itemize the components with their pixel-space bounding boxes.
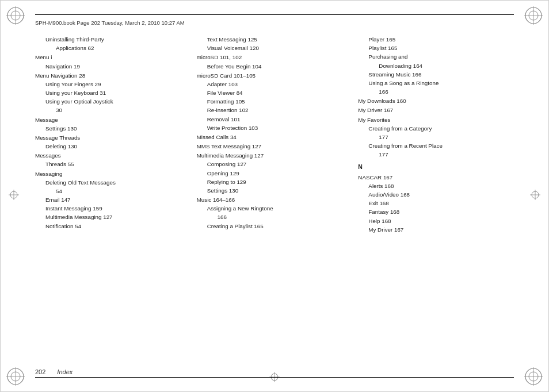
index-entry: Threads 55 bbox=[35, 160, 191, 168]
footer-label: Index bbox=[57, 368, 73, 375]
index-entry: N bbox=[358, 162, 514, 171]
index-entry: Formatting 105 bbox=[197, 97, 353, 106]
index-entry: Settings 130 bbox=[35, 124, 191, 133]
index-entry: Menu Navigation 28 bbox=[35, 71, 191, 80]
index-entry: Opening 129 bbox=[197, 169, 353, 178]
index-entry: Settings 130 bbox=[197, 186, 353, 195]
corner-decoration-tl bbox=[5, 5, 26, 26]
index-entry: Messaging bbox=[35, 170, 191, 178]
index-entry: Using Your Fingers 29 bbox=[35, 80, 191, 89]
corner-decoration-bl bbox=[5, 366, 26, 387]
index-entry: Player 165 bbox=[358, 35, 514, 44]
index-entry: Message bbox=[35, 116, 191, 124]
index-entry: Missed Calls 34 bbox=[197, 133, 353, 141]
header-text: SPH-M900.book Page 202 Tuesday, March 2,… bbox=[35, 20, 185, 26]
index-entry: Removal 101 bbox=[197, 115, 353, 124]
index-entry: My Downloads 160 bbox=[358, 97, 514, 105]
index-entry: Playlist 165 bbox=[358, 44, 514, 52]
index-entry: 177 bbox=[358, 150, 514, 159]
index-entry: Text Messaging 125 bbox=[197, 35, 353, 44]
column-3: Player 165Playlist 165Purchasing andDown… bbox=[358, 35, 514, 360]
index-entry: microSD Card 101–105 bbox=[197, 71, 353, 80]
index-entry: Audio/Video 168 bbox=[358, 190, 514, 199]
index-entry: Using a Song as a Ringtone bbox=[358, 79, 514, 87]
crosshair-right bbox=[530, 190, 540, 202]
index-entry: Composing 127 bbox=[197, 160, 353, 168]
index-entry: Using your Keyboard 31 bbox=[35, 89, 191, 97]
index-entry: microSD 101, 102 bbox=[197, 53, 353, 62]
index-entry: Creating a Playlist 165 bbox=[197, 222, 353, 230]
index-entry: Navigation 19 bbox=[35, 62, 191, 71]
index-entry: Uninstalling Third-Party bbox=[35, 35, 191, 44]
header-bar: SPH-M900.book Page 202 Tuesday, March 2,… bbox=[35, 14, 514, 27]
index-entry: My Driver 167 bbox=[358, 106, 514, 114]
column-2: Text Messaging 125Visual Voicemail 120mi… bbox=[197, 35, 359, 360]
index-entry: 54 bbox=[35, 187, 191, 195]
footer-page-number: 202 bbox=[35, 368, 45, 375]
index-entry: Message Threads bbox=[35, 133, 191, 142]
index-entry: Creating from a Category bbox=[358, 124, 514, 133]
index-entry: Help 168 bbox=[358, 217, 514, 225]
index-entry: Replying to 129 bbox=[197, 178, 353, 186]
column-1: Uninstalling Third-PartyApplications 62M… bbox=[35, 35, 197, 360]
index-entry: Multimedia Messaging 127 bbox=[197, 151, 353, 160]
index-entry: MMS Text Messaging 127 bbox=[197, 142, 353, 151]
index-entry: Messages bbox=[35, 151, 191, 160]
index-entry: My Favorites bbox=[358, 116, 514, 124]
index-entry: Applications 62 bbox=[35, 44, 191, 52]
content-area: Uninstalling Third-PartyApplications 62M… bbox=[35, 35, 514, 360]
index-entry: Exit 168 bbox=[358, 199, 514, 207]
crosshair-left bbox=[9, 190, 19, 202]
footer-bar: 202 Index bbox=[35, 368, 514, 378]
index-entry: Using your Optical Joystick bbox=[35, 97, 191, 106]
index-entry: Purchasing and bbox=[358, 52, 514, 61]
index-entry: NASCAR 167 bbox=[358, 173, 514, 182]
index-entry: My Driver 167 bbox=[358, 225, 514, 234]
index-entry: Alerts 168 bbox=[358, 182, 514, 190]
corner-decoration-tr bbox=[523, 5, 544, 26]
index-entry: Re-insertion 102 bbox=[197, 106, 353, 114]
index-entry: Notification 54 bbox=[35, 222, 191, 230]
index-entry: Fantasy 168 bbox=[358, 207, 514, 216]
index-entry: 30 bbox=[35, 106, 191, 114]
index-entry: Write Protection 103 bbox=[197, 124, 353, 132]
index-entry: Assigning a New Ringtone bbox=[197, 204, 353, 213]
page: SPH-M900.book Page 202 Tuesday, March 2,… bbox=[0, 0, 549, 392]
index-entry: Deleting 130 bbox=[35, 142, 191, 151]
index-entry: Deleting Old Text Messages bbox=[35, 178, 191, 187]
index-entry: 177 bbox=[358, 133, 514, 141]
index-entry: Instant Messaging 159 bbox=[35, 204, 191, 213]
index-entry: Menu i bbox=[35, 53, 191, 62]
index-entry: Email 147 bbox=[35, 195, 191, 204]
index-entry: Creating from a Recent Place bbox=[358, 141, 514, 150]
index-entry: Downloading 164 bbox=[358, 62, 514, 70]
index-entry: Adapter 103 bbox=[197, 80, 353, 89]
index-entry: Multimedia Messaging 127 bbox=[35, 213, 191, 221]
index-entry: 166 bbox=[197, 213, 353, 221]
index-entry: Streaming Music 166 bbox=[358, 70, 514, 79]
corner-decoration-br bbox=[523, 366, 544, 387]
index-entry: Music 164–166 bbox=[197, 195, 353, 204]
index-entry: File Viewer 84 bbox=[197, 89, 353, 97]
index-entry: Visual Voicemail 120 bbox=[197, 44, 353, 52]
index-entry: 166 bbox=[358, 87, 514, 96]
index-entry: Before You Begin 104 bbox=[197, 62, 353, 71]
